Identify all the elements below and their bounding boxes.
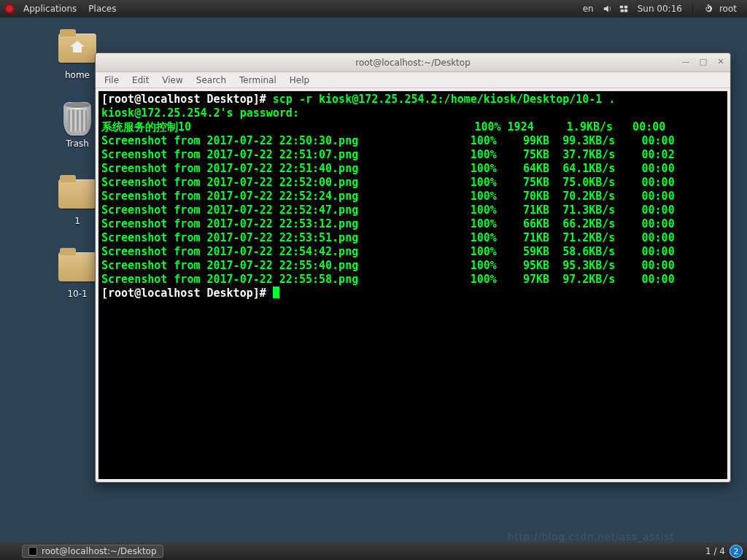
- menu-edit[interactable]: Edit: [132, 75, 149, 85]
- watermark-text: http://blog.csdn.net/ass_assist: [508, 531, 674, 542]
- window-maximize-button[interactable]: □: [698, 56, 708, 66]
- keyboard-layout[interactable]: en: [577, 4, 600, 14]
- menu-terminal[interactable]: Terminal: [239, 75, 276, 85]
- network-icon[interactable]: [619, 4, 629, 14]
- trash-icon: [63, 102, 91, 136]
- terminal-menubar: File Edit View Search Terminal Help: [96, 72, 730, 88]
- distro-logo-icon: [4, 4, 15, 14]
- user-menu[interactable]: root: [719, 4, 743, 14]
- menu-view[interactable]: View: [162, 75, 182, 85]
- window-close-button[interactable]: ✕: [716, 56, 726, 66]
- terminal-output[interactable]: [root@localhost Desktop]# scp -r kiosk@1…: [98, 91, 727, 479]
- workspace-badge[interactable]: 2: [729, 545, 743, 558]
- folder-icon: [58, 179, 96, 209]
- bottom-panel: root@localhost:~/Desktop 1 / 4 2: [0, 542, 747, 560]
- applications-menu[interactable]: Applications: [18, 4, 82, 14]
- terminal-icon: [28, 547, 37, 556]
- terminal-title: root@localhost:~/Desktop: [355, 58, 471, 68]
- menu-help[interactable]: Help: [290, 75, 309, 85]
- folder-icon: [58, 252, 96, 281]
- workspace-indicator[interactable]: 1 / 4: [705, 546, 725, 556]
- terminal-window: root@localhost:~/Desktop — □ ✕ File Edit…: [95, 52, 731, 483]
- taskbar-terminal[interactable]: root@localhost:~/Desktop: [22, 545, 163, 558]
- terminal-titlebar[interactable]: root@localhost:~/Desktop — □ ✕: [96, 53, 730, 72]
- window-minimize-button[interactable]: —: [681, 56, 691, 66]
- top-panel: Applications Places en Sun 00:16 root: [0, 0, 747, 18]
- menu-file[interactable]: File: [104, 75, 119, 85]
- taskbar-label: root@localhost:~/Desktop: [42, 546, 157, 556]
- power-icon[interactable]: [703, 4, 713, 14]
- clock[interactable]: Sun 00:16: [632, 4, 688, 14]
- volume-icon[interactable]: [603, 4, 613, 14]
- places-menu[interactable]: Places: [82, 4, 122, 14]
- menu-search[interactable]: Search: [196, 75, 226, 85]
- folder-home-icon: [58, 34, 96, 63]
